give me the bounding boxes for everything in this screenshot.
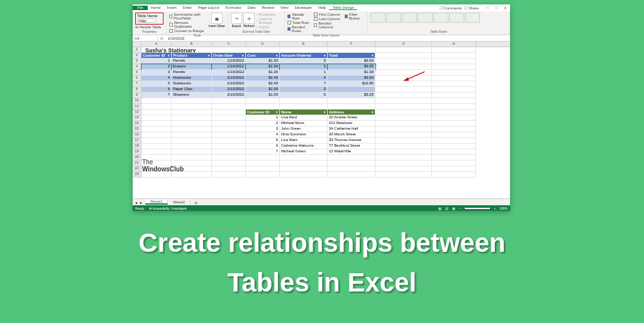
cell[interactable] [432, 64, 476, 70]
cell[interactable] [142, 115, 172, 121]
refresh-icon[interactable]: ⟳ [243, 13, 255, 24]
export-icon[interactable]: ↷ [231, 13, 242, 24]
table-styles-gallery[interactable] [370, 13, 507, 23]
cell[interactable] [328, 161, 375, 166]
cell[interactable]: Notebooks [172, 81, 212, 87]
select-all-corner[interactable] [133, 42, 142, 47]
table-header-cell[interactable]: Total▾ [328, 53, 375, 59]
table-header-cell[interactable]: Name▾ [280, 110, 328, 115]
cell[interactable]: 2 [280, 87, 328, 93]
cell[interactable]: $9.60 [328, 76, 375, 81]
row-number[interactable]: 23 [133, 172, 142, 178]
cell[interactable]: 22 Arnette Street [328, 115, 375, 121]
table-header-cell[interactable]: Amount Ordered▾ [280, 53, 328, 59]
cell[interactable] [375, 127, 432, 132]
cell[interactable] [142, 127, 172, 132]
cell[interactable] [212, 138, 246, 144]
cell[interactable]: 5 [142, 81, 172, 87]
insert-slicer-icon[interactable]: ▦ [211, 13, 223, 24]
cell[interactable]: $16.80 [328, 81, 375, 87]
cell[interactable]: 1 [142, 59, 172, 64]
cell[interactable] [142, 121, 172, 127]
cell[interactable] [172, 132, 212, 138]
cell[interactable]: Pencils [172, 59, 212, 64]
cell[interactable] [246, 166, 280, 172]
row-number[interactable]: 10 [133, 98, 142, 104]
close-icon[interactable]: ✕ [502, 6, 508, 10]
cell[interactable] [375, 155, 432, 161]
cell[interactable] [246, 98, 280, 104]
cell[interactable]: $9.95 [328, 64, 375, 70]
cell[interactable] [280, 155, 328, 161]
cell[interactable]: 5 [246, 138, 280, 144]
row-number[interactable]: 9 [133, 93, 142, 98]
column-header[interactable]: B [172, 42, 212, 47]
cell[interactable] [246, 172, 280, 178]
style-swatch[interactable] [465, 13, 480, 23]
cell[interactable]: 101 Meadows [328, 121, 375, 127]
cell[interactable]: Sasha's Stationary [142, 47, 246, 53]
cell[interactable]: 7 [142, 93, 172, 98]
last-col-check[interactable]: Last Column [314, 17, 341, 21]
cell[interactable]: 2/10/2022 [212, 81, 246, 87]
table-header-cell[interactable]: Product▾ [172, 53, 212, 59]
row-number[interactable]: 5 [133, 70, 142, 76]
cell[interactable] [328, 172, 375, 178]
cell[interactable] [375, 138, 432, 144]
maximize-icon[interactable]: □ [494, 6, 499, 10]
first-col-check[interactable]: First Column [314, 13, 341, 16]
cell[interactable] [212, 149, 246, 155]
cell[interactable]: 7 [280, 81, 328, 87]
cell[interactable] [432, 144, 476, 149]
cell[interactable] [246, 155, 280, 161]
cell[interactable] [246, 161, 280, 166]
cell[interactable]: $5.25 [328, 93, 375, 98]
cell[interactable] [142, 144, 172, 149]
cell[interactable]: $1.30 [246, 70, 280, 76]
cell[interactable] [172, 98, 212, 104]
column-header[interactable]: H [432, 42, 476, 47]
style-swatch[interactable] [433, 13, 448, 23]
new-sheet-button[interactable]: ⊕ [191, 200, 201, 205]
cell[interactable] [375, 53, 432, 59]
menu-home[interactable]: Home [148, 6, 164, 10]
cell[interactable]: $1.30 [246, 59, 280, 64]
row-number[interactable]: 17 [133, 138, 142, 144]
cell[interactable] [432, 149, 476, 155]
menu-review[interactable]: Review [258, 6, 277, 10]
cell[interactable]: Lisa Mars [280, 138, 328, 144]
cell[interactable] [375, 59, 432, 64]
cell[interactable]: $2.40 [246, 81, 280, 87]
cell[interactable]: 5 [280, 64, 328, 70]
row-number[interactable]: 3 [133, 59, 142, 64]
share-button[interactable]: ☐ Share [464, 6, 479, 10]
table-name-input[interactable] [137, 18, 156, 23]
menu-table-design[interactable]: Table Design [329, 6, 357, 10]
cell[interactable]: Paper Clips [172, 87, 212, 93]
cell[interactable] [375, 110, 432, 115]
status-accessibility[interactable]: ⊞ Accessibility: Investigate [149, 207, 186, 210]
menu-formulas[interactable]: Formulas [222, 6, 244, 10]
cell[interactable] [432, 166, 476, 172]
cell[interactable] [212, 144, 246, 149]
cell[interactable] [212, 115, 246, 121]
cell[interactable] [432, 59, 476, 64]
banded-rows-check[interactable]: Banded Rows [287, 25, 310, 33]
table-header-cell[interactable]: Order Date▾ [212, 53, 246, 59]
table-header-cell[interactable]: Customer ID▾ [142, 53, 172, 59]
cell[interactable]: 1/10/2022 [212, 64, 246, 70]
minimize-icon[interactable]: — [485, 6, 490, 10]
column-header[interactable]: C [212, 42, 246, 47]
style-swatch[interactable] [418, 13, 433, 23]
cell[interactable] [375, 121, 432, 127]
banded-cols-check[interactable]: Banded Columns [314, 21, 341, 29]
cell[interactable] [328, 98, 375, 104]
header-row-check[interactable]: Header Row [287, 13, 310, 20]
total-row-check[interactable]: Total Row [287, 21, 310, 25]
cell[interactable] [375, 172, 432, 178]
cell[interactable] [328, 155, 375, 161]
row-number[interactable]: 13 [133, 115, 142, 121]
cell[interactable]: Pencils [172, 70, 212, 76]
cell[interactable] [432, 110, 476, 115]
cell[interactable] [432, 121, 476, 127]
